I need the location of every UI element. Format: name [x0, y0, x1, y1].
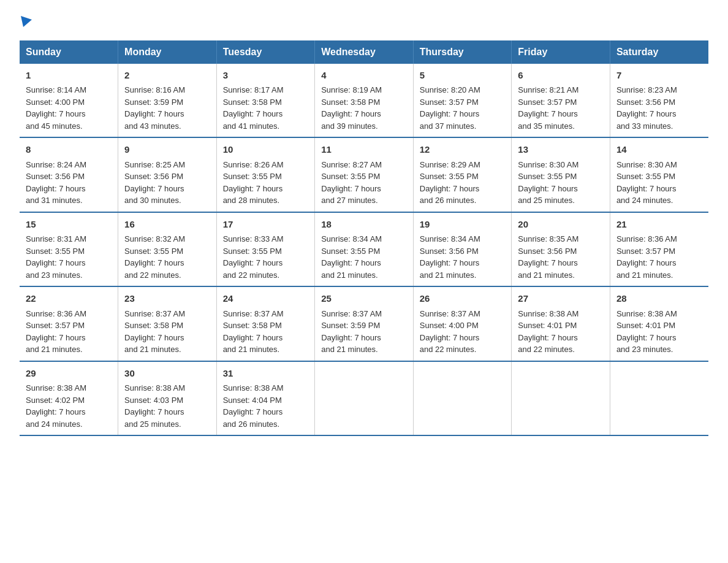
calendar-cell: 15Sunrise: 8:31 AMSunset: 3:55 PMDayligh…	[20, 212, 118, 287]
calendar-cell: 17Sunrise: 8:33 AMSunset: 3:55 PMDayligh…	[216, 212, 315, 287]
calendar-cell: 25Sunrise: 8:37 AMSunset: 3:59 PMDayligh…	[315, 286, 414, 361]
day-number: 23	[124, 292, 210, 306]
day-info: Sunrise: 8:38 AMSunset: 4:01 PMDaylight:…	[616, 308, 702, 356]
day-info: Sunrise: 8:35 AMSunset: 3:56 PMDaylight:…	[518, 233, 604, 281]
calendar-cell: 18Sunrise: 8:34 AMSunset: 3:55 PMDayligh…	[315, 212, 414, 287]
day-info: Sunrise: 8:38 AMSunset: 4:03 PMDaylight:…	[124, 382, 210, 430]
calendar-cell	[315, 361, 414, 436]
column-header-thursday: Thursday	[413, 40, 512, 64]
calendar-cell: 29Sunrise: 8:38 AMSunset: 4:02 PMDayligh…	[20, 361, 118, 436]
calendar-cell: 13Sunrise: 8:30 AMSunset: 3:55 PMDayligh…	[512, 137, 610, 212]
day-number: 31	[223, 367, 309, 381]
day-number: 22	[26, 292, 112, 306]
day-number: 28	[616, 292, 702, 306]
day-number: 27	[518, 292, 604, 306]
day-info: Sunrise: 8:29 AMSunset: 3:55 PMDaylight:…	[420, 159, 506, 207]
calendar-week-row: 29Sunrise: 8:38 AMSunset: 4:02 PMDayligh…	[20, 361, 708, 436]
day-info: Sunrise: 8:30 AMSunset: 3:55 PMDaylight:…	[616, 159, 702, 207]
page-header	[20, 15, 708, 28]
calendar-cell: 11Sunrise: 8:27 AMSunset: 3:55 PMDayligh…	[315, 137, 414, 212]
day-info: Sunrise: 8:21 AMSunset: 3:57 PMDaylight:…	[518, 84, 604, 132]
calendar-week-row: 15Sunrise: 8:31 AMSunset: 3:55 PMDayligh…	[20, 212, 708, 287]
day-number: 9	[124, 143, 210, 157]
day-info: Sunrise: 8:27 AMSunset: 3:55 PMDaylight:…	[321, 159, 407, 207]
day-number: 10	[223, 143, 309, 157]
day-number: 29	[26, 367, 112, 381]
column-header-tuesday: Tuesday	[216, 40, 315, 64]
day-info: Sunrise: 8:16 AMSunset: 3:59 PMDaylight:…	[124, 84, 210, 132]
calendar-week-row: 8Sunrise: 8:24 AMSunset: 3:56 PMDaylight…	[20, 137, 708, 212]
day-info: Sunrise: 8:26 AMSunset: 3:55 PMDaylight:…	[223, 159, 309, 207]
day-info: Sunrise: 8:25 AMSunset: 3:56 PMDaylight:…	[124, 159, 210, 207]
day-number: 18	[321, 218, 407, 232]
day-info: Sunrise: 8:23 AMSunset: 3:56 PMDaylight:…	[616, 84, 702, 132]
day-info: Sunrise: 8:37 AMSunset: 4:00 PMDaylight:…	[420, 308, 506, 356]
day-info: Sunrise: 8:14 AMSunset: 4:00 PMDaylight:…	[26, 84, 112, 132]
calendar-cell: 7Sunrise: 8:23 AMSunset: 3:56 PMDaylight…	[610, 64, 708, 138]
day-info: Sunrise: 8:20 AMSunset: 3:57 PMDaylight:…	[420, 84, 506, 132]
day-number: 16	[124, 218, 210, 232]
calendar-cell	[413, 361, 512, 436]
calendar-cell: 10Sunrise: 8:26 AMSunset: 3:55 PMDayligh…	[216, 137, 315, 212]
svg-marker-0	[21, 16, 32, 27]
day-number: 8	[26, 143, 112, 157]
column-header-saturday: Saturday	[610, 40, 708, 64]
column-header-sunday: Sunday	[20, 40, 118, 64]
day-number: 3	[223, 69, 309, 83]
day-info: Sunrise: 8:31 AMSunset: 3:55 PMDaylight:…	[26, 233, 112, 281]
day-info: Sunrise: 8:37 AMSunset: 3:59 PMDaylight:…	[321, 308, 407, 356]
calendar-cell: 9Sunrise: 8:25 AMSunset: 3:56 PMDaylight…	[118, 137, 217, 212]
calendar-cell: 5Sunrise: 8:20 AMSunset: 3:57 PMDaylight…	[413, 64, 512, 138]
calendar-week-row: 1Sunrise: 8:14 AMSunset: 4:00 PMDaylight…	[20, 64, 708, 138]
day-number: 5	[420, 69, 506, 83]
calendar-cell: 28Sunrise: 8:38 AMSunset: 4:01 PMDayligh…	[610, 286, 708, 361]
day-info: Sunrise: 8:17 AMSunset: 3:58 PMDaylight:…	[223, 84, 309, 132]
day-number: 26	[420, 292, 506, 306]
day-info: Sunrise: 8:34 AMSunset: 3:55 PMDaylight:…	[321, 233, 407, 281]
day-number: 15	[26, 218, 112, 232]
day-info: Sunrise: 8:33 AMSunset: 3:55 PMDaylight:…	[223, 233, 309, 281]
calendar-cell: 23Sunrise: 8:37 AMSunset: 3:58 PMDayligh…	[118, 286, 217, 361]
day-info: Sunrise: 8:24 AMSunset: 3:56 PMDaylight:…	[26, 159, 112, 207]
logo-arrow-icon	[21, 16, 32, 27]
day-info: Sunrise: 8:38 AMSunset: 4:02 PMDaylight:…	[26, 382, 112, 430]
day-number: 25	[321, 292, 407, 306]
day-number: 20	[518, 218, 604, 232]
calendar-cell: 3Sunrise: 8:17 AMSunset: 3:58 PMDaylight…	[216, 64, 315, 138]
calendar-cell: 12Sunrise: 8:29 AMSunset: 3:55 PMDayligh…	[413, 137, 512, 212]
day-number: 17	[223, 218, 309, 232]
calendar-table: SundayMondayTuesdayWednesdayThursdayFrid…	[20, 40, 708, 437]
day-info: Sunrise: 8:38 AMSunset: 4:04 PMDaylight:…	[223, 382, 309, 430]
day-number: 6	[518, 69, 604, 83]
calendar-cell: 31Sunrise: 8:38 AMSunset: 4:04 PMDayligh…	[216, 361, 315, 436]
calendar-cell: 27Sunrise: 8:38 AMSunset: 4:01 PMDayligh…	[512, 286, 610, 361]
logo	[20, 15, 32, 28]
calendar-cell	[512, 361, 610, 436]
calendar-cell: 16Sunrise: 8:32 AMSunset: 3:55 PMDayligh…	[118, 212, 217, 287]
calendar-cell: 21Sunrise: 8:36 AMSunset: 3:57 PMDayligh…	[610, 212, 708, 287]
day-number: 1	[26, 69, 112, 83]
day-info: Sunrise: 8:19 AMSunset: 3:58 PMDaylight:…	[321, 84, 407, 132]
calendar-cell: 8Sunrise: 8:24 AMSunset: 3:56 PMDaylight…	[20, 137, 118, 212]
calendar-cell: 22Sunrise: 8:36 AMSunset: 3:57 PMDayligh…	[20, 286, 118, 361]
day-number: 21	[616, 218, 702, 232]
day-info: Sunrise: 8:37 AMSunset: 3:58 PMDaylight:…	[223, 308, 309, 356]
day-info: Sunrise: 8:30 AMSunset: 3:55 PMDaylight:…	[518, 159, 604, 207]
calendar-cell: 24Sunrise: 8:37 AMSunset: 3:58 PMDayligh…	[216, 286, 315, 361]
day-number: 12	[420, 143, 506, 157]
day-info: Sunrise: 8:37 AMSunset: 3:58 PMDaylight:…	[124, 308, 210, 356]
column-header-friday: Friday	[512, 40, 610, 64]
calendar-cell: 19Sunrise: 8:34 AMSunset: 3:56 PMDayligh…	[413, 212, 512, 287]
day-number: 13	[518, 143, 604, 157]
calendar-cell: 20Sunrise: 8:35 AMSunset: 3:56 PMDayligh…	[512, 212, 610, 287]
calendar-cell: 30Sunrise: 8:38 AMSunset: 4:03 PMDayligh…	[118, 361, 217, 436]
day-number: 2	[124, 69, 210, 83]
day-info: Sunrise: 8:38 AMSunset: 4:01 PMDaylight:…	[518, 308, 604, 356]
day-number: 11	[321, 143, 407, 157]
day-number: 24	[223, 292, 309, 306]
calendar-cell: 1Sunrise: 8:14 AMSunset: 4:00 PMDaylight…	[20, 64, 118, 138]
column-header-monday: Monday	[118, 40, 217, 64]
day-number: 30	[124, 367, 210, 381]
column-header-wednesday: Wednesday	[315, 40, 414, 64]
day-number: 19	[420, 218, 506, 232]
